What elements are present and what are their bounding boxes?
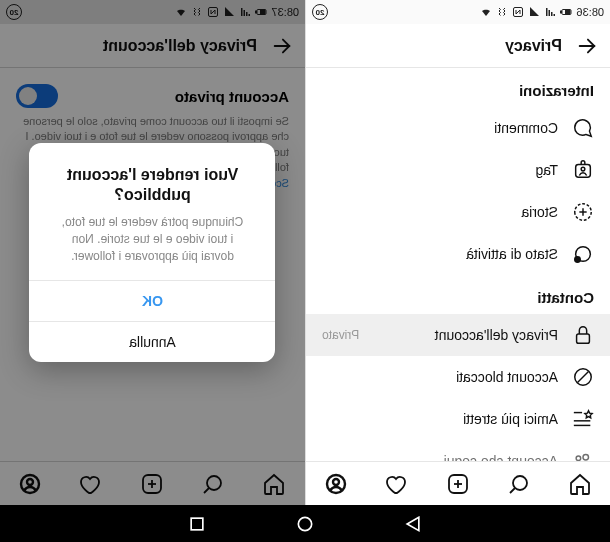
- activity-icon: [572, 243, 594, 265]
- svg-rect-52: [191, 518, 203, 530]
- comment-icon: [572, 117, 594, 139]
- svg-rect-17: [577, 334, 590, 343]
- row-label: Tag: [322, 162, 558, 178]
- phone-privacy-list: 08:36 20 Privacy Interazioni Commen: [305, 0, 610, 505]
- svg-marker-50: [407, 517, 419, 530]
- modal-overlay[interactable]: Vuoi rendere l'account pubblico? Chiunqu…: [0, 0, 305, 505]
- svg-line-19: [578, 372, 589, 383]
- dialog-title: Vuoi rendere l'account pubblico?: [48, 165, 258, 207]
- row-label: Commenti: [322, 120, 558, 136]
- android-recents-button[interactable]: [187, 514, 207, 534]
- home-icon[interactable]: [568, 472, 592, 496]
- svg-rect-4: [551, 12, 553, 16]
- status-bar: 08:36 20: [306, 0, 610, 24]
- row-blocked-accounts[interactable]: Account bloccati: [306, 356, 610, 398]
- signal-icon-2: [528, 6, 540, 18]
- tag-icon: [572, 159, 594, 181]
- battery-icon: [560, 6, 572, 18]
- people-icon: [572, 450, 594, 461]
- row-label: Storia: [322, 204, 558, 220]
- bottom-nav: [306, 461, 610, 505]
- page-title: Privacy: [505, 37, 562, 55]
- svg-point-51: [298, 517, 311, 530]
- svg-point-25: [576, 456, 581, 461]
- search-icon[interactable]: [507, 472, 531, 496]
- svg-rect-5: [549, 10, 551, 16]
- android-nav-bar: [0, 505, 610, 542]
- row-label: Amici più stretti: [322, 411, 558, 427]
- section-interactions: Interazioni: [306, 68, 610, 107]
- android-home-button[interactable]: [295, 514, 315, 534]
- svg-marker-7: [530, 7, 539, 16]
- svg-line-27: [510, 488, 515, 493]
- back-arrow-icon[interactable]: [576, 35, 598, 57]
- phone-account-privacy: 08:37 20 Privacy dell'account Account pr…: [0, 0, 305, 505]
- svg-rect-3: [554, 14, 556, 16]
- lock-icon: [572, 324, 594, 346]
- star-list-icon: [572, 408, 594, 430]
- row-close-friends[interactable]: Amici più stretti: [306, 398, 610, 440]
- svg-rect-1: [566, 11, 571, 14]
- svg-marker-20: [585, 411, 592, 418]
- row-label: Account bloccati: [322, 369, 558, 385]
- row-comments[interactable]: Commenti: [306, 107, 610, 149]
- wifi-icon: [480, 6, 492, 18]
- row-story[interactable]: Storia: [306, 191, 610, 233]
- row-label: Account cho cogui: [322, 453, 558, 461]
- dialog-ok-button[interactable]: OK: [30, 280, 276, 321]
- svg-rect-2: [561, 11, 562, 13]
- profile-icon[interactable]: [324, 472, 348, 496]
- dialog-cancel-button[interactable]: Annulla: [30, 321, 276, 362]
- svg-point-26: [513, 476, 527, 490]
- svg-point-11: [581, 167, 585, 171]
- vibrate-icon: [496, 6, 508, 18]
- privacy-content: Interazioni Commenti Tag Storia Stato di…: [306, 68, 610, 461]
- svg-point-32: [333, 479, 339, 485]
- svg-rect-6: [546, 8, 548, 16]
- row-label: Stato di attività: [322, 246, 558, 262]
- heart-icon[interactable]: [385, 472, 409, 496]
- blocked-icon: [572, 366, 594, 388]
- signal-icon: [544, 6, 556, 18]
- row-label: Privacy dell'account: [373, 327, 558, 343]
- add-post-icon[interactable]: [446, 472, 470, 496]
- svg-point-16: [575, 257, 581, 263]
- confirm-dialog: Vuoi rendere l'account pubblico? Chiunqu…: [30, 143, 276, 363]
- status-time: 08:36: [576, 6, 604, 18]
- dialog-message: Chiunque potrà vedere le tue foto, i tuo…: [48, 214, 258, 264]
- nfc-icon: [512, 6, 524, 18]
- section-contacts: Contatti: [306, 275, 610, 314]
- row-activity-status[interactable]: Stato di attività: [306, 233, 610, 275]
- app-header: Privacy: [306, 24, 610, 68]
- row-partial[interactable]: Account cho cogui: [306, 440, 610, 461]
- svg-point-24: [583, 455, 589, 461]
- row-tags[interactable]: Tag: [306, 149, 610, 191]
- row-meta: Privato: [322, 328, 359, 342]
- android-back-button[interactable]: [403, 514, 423, 534]
- row-account-privacy[interactable]: Privacy dell'account Privato: [306, 314, 610, 356]
- story-icon: [572, 201, 594, 223]
- status-badge: 20: [312, 4, 328, 20]
